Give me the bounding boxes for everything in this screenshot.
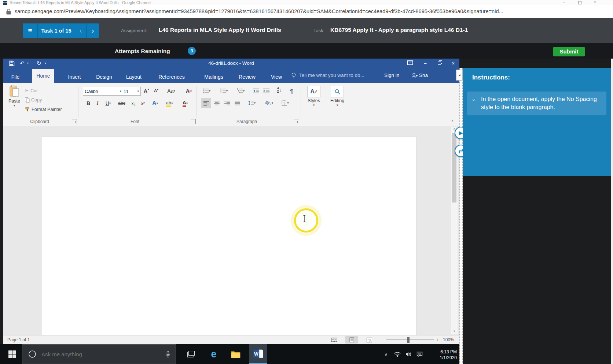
cut-button[interactable]: ✂ Cut <box>25 88 37 93</box>
underline-button[interactable]: U▾ <box>103 99 114 108</box>
word-taskbar-button[interactable]: W <box>249 344 267 364</box>
tab-file[interactable]: File <box>7 71 24 83</box>
tab-mailings[interactable]: Mailings <box>202 71 225 83</box>
align-left-button[interactable] <box>201 99 211 108</box>
document-scrollbar[interactable]: ∧ ∨ <box>451 127 458 334</box>
word-restore-button[interactable] <box>435 60 445 67</box>
tray-expand-button[interactable]: ∧ <box>381 344 391 364</box>
strikethrough-button[interactable]: abc <box>116 99 128 108</box>
font-color-button[interactable]: A▾ <box>179 99 191 108</box>
line-spacing-button[interactable]: ▾ <box>246 99 258 107</box>
increase-indent-button[interactable] <box>262 86 271 95</box>
tab-references[interactable]: References <box>157 71 186 83</box>
microphone-icon[interactable] <box>165 351 170 357</box>
bullets-button[interactable]: ▾ <box>201 86 213 95</box>
page-indicator[interactable]: Page 1 of 1 <box>7 337 30 342</box>
action-center-tray-button[interactable] <box>414 344 425 364</box>
share-button[interactable]: Sha <box>419 73 428 78</box>
url-text[interactable]: samcp.cengage.com/Preview/KeyboardingAss… <box>15 8 601 14</box>
clear-formatting-button[interactable]: A <box>184 86 194 95</box>
zoom-slider-thumb[interactable] <box>407 337 410 343</box>
subscript-button[interactable]: x₂ <box>129 99 138 108</box>
sign-in-link[interactable]: Sign in <box>384 73 399 78</box>
network-tray-button[interactable] <box>392 344 403 364</box>
font-name-combo[interactable]: Calibri ▾ <box>83 87 123 96</box>
print-layout-button[interactable] <box>345 336 358 343</box>
task-menu-button[interactable]: ≡ <box>23 23 38 38</box>
grow-font-button[interactable]: A▴ <box>142 86 151 95</box>
web-layout-button[interactable] <box>363 336 375 343</box>
document-page[interactable] <box>42 137 416 335</box>
highlight-color-button[interactable]: ab▾ <box>163 99 176 108</box>
panel-resize-divider[interactable] <box>459 68 463 364</box>
share-person-icon[interactable] <box>411 73 418 78</box>
tab-layout[interactable]: Layout <box>124 71 144 83</box>
browser-minimize-button[interactable]: – <box>559 0 570 5</box>
save-icon[interactable] <box>9 60 15 66</box>
align-center-button[interactable] <box>212 99 221 107</box>
editing-button[interactable]: Editing ▾ <box>327 85 348 116</box>
tab-review[interactable]: Review <box>237 71 257 83</box>
tell-me-search[interactable]: Tell me what you want to do... <box>299 73 364 78</box>
scrollbar-thumb[interactable] <box>452 133 456 203</box>
previous-task-button[interactable]: ‹ <box>75 23 86 38</box>
start-button[interactable] <box>4 344 21 364</box>
change-case-button[interactable]: Aa▾ <box>164 86 178 95</box>
zoom-level[interactable]: 100% <box>443 337 454 342</box>
justify-button[interactable] <box>232 99 242 107</box>
shading-button[interactable]: ▾ <box>263 99 276 107</box>
font-size-combo[interactable]: 11 ▾ <box>122 87 141 96</box>
redo-button[interactable]: ↻ <box>37 59 41 68</box>
multilevel-list-button[interactable]: ▾ <box>235 86 247 95</box>
word-close-button[interactable]: × <box>448 60 458 67</box>
submit-button[interactable]: Submit <box>553 47 585 56</box>
scroll-down-icon[interactable]: ∨ <box>451 329 457 333</box>
tab-insert[interactable]: Insert <box>65 71 84 83</box>
font-dialog-launcher[interactable] <box>191 119 196 124</box>
align-right-button[interactable] <box>222 99 232 107</box>
numbering-button[interactable]: 123 ▾ <box>218 86 230 95</box>
format-painter-button[interactable]: Format Painter <box>25 107 62 112</box>
panel-collapse-button[interactable]: ◂ <box>456 70 463 81</box>
tab-view[interactable]: View <box>268 71 285 83</box>
ribbon-display-options-button[interactable] <box>405 60 415 67</box>
windows-taskbar: e W ∧ <box>0 344 459 364</box>
clipboard-dialog-launcher[interactable] <box>72 119 77 124</box>
styles-button[interactable]: A Styles ▾ <box>304 85 324 116</box>
zoom-in-button[interactable]: + <box>436 337 439 343</box>
zoom-out-button[interactable]: − <box>380 337 383 343</box>
tab-home[interactable]: Home <box>32 69 54 83</box>
sort-button[interactable]: A Z ↓ <box>274 86 285 94</box>
italic-button[interactable]: I <box>94 99 101 108</box>
paragraph-dialog-launcher[interactable] <box>294 119 299 124</box>
redo-dropdown[interactable]: ▾ <box>45 59 46 68</box>
file-explorer-taskbar-button[interactable] <box>227 344 244 364</box>
zoom-slider[interactable] <box>386 339 434 340</box>
word-minimize-button[interactable]: – <box>420 60 430 67</box>
undo-dropdown[interactable]: ▾ <box>27 59 29 68</box>
read-mode-button[interactable] <box>328 336 340 343</box>
undo-button[interactable]: ↶ <box>20 59 25 68</box>
browser-maximize-button[interactable] <box>574 0 585 5</box>
browser-close-button[interactable]: × <box>590 0 601 5</box>
taskbar-search[interactable] <box>22 344 176 364</box>
search-input[interactable] <box>41 351 152 358</box>
collapse-ribbon-button[interactable]: ∧ <box>451 119 454 123</box>
shrink-font-button[interactable]: A▾ <box>152 86 161 95</box>
paste-button[interactable]: Paste ▾ <box>7 85 22 117</box>
browser-urlbar[interactable]: samcp.cengage.com/Preview/KeyboardingAss… <box>0 5 613 19</box>
edge-taskbar-button[interactable]: e <box>205 344 222 364</box>
borders-button[interactable]: ▾ <box>279 99 292 107</box>
volume-tray-button[interactable] <box>403 344 414 364</box>
decrease-indent-button[interactable] <box>252 86 260 95</box>
superscript-button[interactable]: x² <box>139 99 147 108</box>
tab-design[interactable]: Design <box>94 71 114 83</box>
next-task-button[interactable]: › <box>86 23 99 38</box>
text-effects-button[interactable]: A▾ <box>150 99 160 108</box>
copy-button[interactable]: Copy <box>25 97 42 103</box>
task-view-button[interactable] <box>183 344 199 364</box>
show-hide-marks-button[interactable]: ¶ <box>287 86 296 95</box>
page-scrollbar-strip[interactable] <box>611 59 613 364</box>
bold-button[interactable]: B <box>84 99 92 108</box>
taskbar-clock[interactable]: 6:13 PM 1/1/2020 <box>426 344 457 364</box>
